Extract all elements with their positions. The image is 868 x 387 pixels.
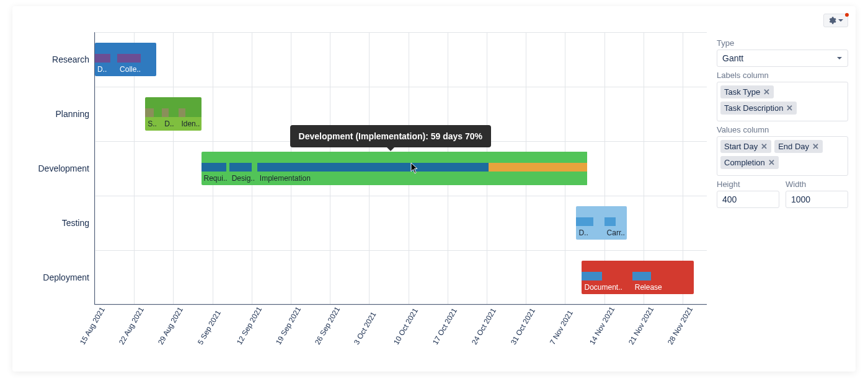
gantt-segment-label: Document.. <box>582 280 632 294</box>
gantt-bar[interactable]: D..Carr.. <box>576 206 626 240</box>
values-column-tag[interactable]: Start Day✕ <box>720 140 771 153</box>
gantt-bar[interactable]: Document..Release <box>582 261 694 294</box>
gantt-bar[interactable]: Requi..Desig..Implementation <box>202 152 588 185</box>
close-icon[interactable]: ✕ <box>761 142 768 151</box>
close-icon[interactable]: ✕ <box>812 142 819 151</box>
tag-text: Task Description <box>724 103 783 113</box>
gantt-segment-label: D.. <box>576 226 604 240</box>
x-axis-label: 3 Oct 2021 <box>352 310 378 346</box>
x-axis-label: 31 Oct 2021 <box>509 307 537 346</box>
width-value: 1000 <box>791 194 810 204</box>
gantt-segment-label: D.. <box>162 117 179 131</box>
unsaved-indicator-icon <box>845 13 849 17</box>
x-axis-label: 22 Aug 2021 <box>117 306 146 346</box>
gantt-segment-label: Requi.. <box>202 172 229 185</box>
close-icon[interactable]: ✕ <box>786 103 793 113</box>
height-input[interactable]: 400 <box>717 191 779 208</box>
x-axis-label: 19 Sep 2021 <box>274 305 303 346</box>
gantt-segment-label: Implementation <box>257 172 588 185</box>
gantt-segment-label: Carr.. <box>604 226 627 240</box>
x-axis-label: 15 Aug 2021 <box>78 306 107 346</box>
chart-type-value: Gantt <box>722 53 743 63</box>
x-axis-label: 26 Sep 2021 <box>313 305 342 346</box>
gantt-segment-label: Release <box>632 280 694 294</box>
gear-icon <box>828 16 836 25</box>
gantt-segment-label: D.. <box>95 63 117 76</box>
tag-text: Completion <box>724 158 765 167</box>
gantt-segment-label: Desig.. <box>229 172 257 185</box>
chevron-down-icon <box>838 17 844 24</box>
x-axis-label: 29 Aug 2021 <box>156 306 185 346</box>
gantt-chart: ResearchPlanningDevelopmentTestingDeploy… <box>20 14 707 372</box>
labels-column-input[interactable]: Task Type✕Task Description✕ <box>717 82 848 121</box>
x-axis-label: 24 Oct 2021 <box>470 307 498 346</box>
gantt-segment-label: Iden.. <box>179 117 201 131</box>
labels-column-tag[interactable]: Task Type✕ <box>720 85 774 98</box>
x-axis-label: 28 Nov 2021 <box>666 305 694 346</box>
tag-text: End Day <box>778 142 809 151</box>
values-column-tag[interactable]: End Day✕ <box>774 140 823 153</box>
height-value: 400 <box>722 194 737 204</box>
y-axis-label: Planning <box>56 87 90 141</box>
y-axis-label: Testing <box>62 196 89 250</box>
config-panel: Type Gantt Labels column Task Type✕Task … <box>717 14 848 372</box>
x-axis-label: 7 Nov 2021 <box>548 309 575 346</box>
width-label: Width <box>786 180 848 189</box>
values-column-input[interactable]: Start Day✕End Day✕Completion✕ <box>717 136 848 176</box>
tag-text: Task Type <box>724 87 760 97</box>
y-axis-label: Deployment <box>43 250 89 305</box>
labels-column-tag[interactable]: Task Description✕ <box>720 102 797 115</box>
labels-column-label: Labels column <box>717 71 848 80</box>
gantt-bar[interactable]: S..D..Iden.. <box>145 97 201 131</box>
close-icon[interactable]: ✕ <box>763 87 770 97</box>
values-column-tag[interactable]: Completion✕ <box>720 156 779 169</box>
x-axis-label: 10 Oct 2021 <box>392 307 420 346</box>
x-axis-label: 14 Nov 2021 <box>588 305 616 346</box>
x-axis-label: 21 Nov 2021 <box>627 305 655 346</box>
gantt-segment-label: S.. <box>145 117 162 131</box>
x-axis-label: 17 Oct 2021 <box>431 307 459 346</box>
chevron-down-icon <box>836 55 843 61</box>
settings-button[interactable] <box>823 14 848 27</box>
gantt-bar[interactable]: D..Colle.. <box>95 43 156 76</box>
values-column-label: Values column <box>717 125 848 134</box>
tag-text: Start Day <box>724 142 758 151</box>
width-input[interactable]: 1000 <box>786 191 848 208</box>
close-icon[interactable]: ✕ <box>768 158 775 167</box>
x-axis-label: 12 Sep 2021 <box>235 305 264 346</box>
height-label: Height <box>717 180 779 189</box>
type-label: Type <box>717 38 848 48</box>
y-axis-label: Development <box>38 141 90 196</box>
x-axis-label: 5 Sep 2021 <box>196 309 223 346</box>
gantt-segment-label: Colle.. <box>117 63 156 76</box>
chart-type-select[interactable]: Gantt <box>717 50 848 67</box>
y-axis-label: Research <box>52 32 89 87</box>
